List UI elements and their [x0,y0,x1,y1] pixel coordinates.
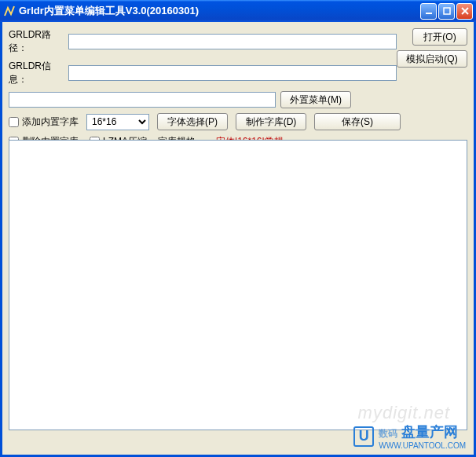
simulate-button[interactable]: 模拟启动(Q) [397,50,467,68]
editor-textarea[interactable] [9,140,467,430]
path-label: GRLDR路径： [9,28,64,55]
watermark-upantool: U 数码 盘量产网 WWW.UPANTOOL.COM [353,422,466,450]
font-row: 添加内置字库 16*16 字体选择(P) 制作字库(D) 保存(S) [9,113,467,130]
watermark-mydigit: mydigit.net [358,403,450,423]
right-button-column: 打开(O) 模拟启动(Q) [405,28,467,68]
external-menu-button[interactable]: 外置菜单(M) [280,91,351,108]
progress-input[interactable] [9,92,276,108]
svg-rect-1 [444,8,450,14]
add-font-check-input[interactable] [9,117,19,127]
app-icon [3,5,16,17]
font-size-combo[interactable]: 16*16 [86,114,149,130]
watermark-prefix: 数码 [379,428,397,439]
watermark-text: 数码 盘量产网 WWW.UPANTOOL.COM [379,422,466,450]
close-button[interactable] [456,3,473,20]
add-font-label: 添加内置字库 [22,115,79,129]
client-area: 打开(O) 模拟启动(Q) GRLDR路径： GRLDR信息： 外置菜单(M) … [0,22,476,457]
open-button[interactable]: 打开(O) [412,28,467,46]
titlebar: Grldr内置菜单编辑工具V3.0(20160301) [0,0,476,22]
info-input[interactable] [68,65,397,81]
top-form: GRLDR路径： GRLDR信息： 外置菜单(M) [9,28,397,108]
maximize-button[interactable] [438,3,455,20]
make-font-button[interactable]: 制作字库(D) [236,113,306,130]
save-button[interactable]: 保存(S) [314,113,401,130]
font-select-button[interactable]: 字体选择(P) [157,113,228,130]
watermark-sub: WWW.UPANTOOL.COM [379,441,466,450]
add-font-checkbox[interactable]: 添加内置字库 [9,115,79,129]
watermark-main: 盘量产网 [401,424,458,440]
minimize-button[interactable] [420,3,437,20]
path-input[interactable] [68,34,397,49]
info-label: GRLDR信息： [9,60,64,86]
window-title: Grldr内置菜单编辑工具V3.0(20160301) [19,4,420,18]
window-controls [420,3,473,20]
upantool-logo-icon: U [353,426,374,447]
